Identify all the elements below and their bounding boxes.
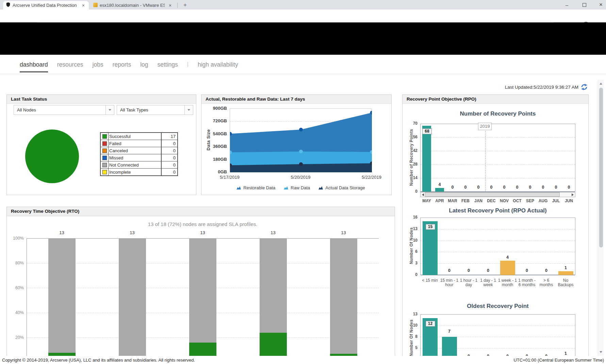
- gridline: [421, 137, 575, 138]
- gridline: [421, 178, 575, 178]
- y-tick-label: 40%: [7, 310, 24, 315]
- chart-subtitle: 13 of 18 (72%) nodes are assigned SLA pr…: [27, 221, 379, 227]
- legend-item[interactable]: Restorable Data: [236, 185, 275, 190]
- refresh-icon[interactable]: [580, 84, 588, 90]
- bar-value-label: 1: [559, 351, 573, 356]
- x-category-label: AUG: [537, 199, 550, 203]
- bar-value-label: 7: [443, 329, 456, 334]
- main-nav: dashboardresourcesjobsreportslogsettings…: [0, 55, 606, 74]
- gridline: [421, 275, 575, 275]
- x-category-label: NOV: [498, 199, 511, 203]
- browser-addressbar: ← → ↻ ! Not secure https://localhost:801…: [0, 10, 606, 22]
- legend-row: Missed0: [100, 154, 178, 161]
- x-category-label: JUN: [562, 199, 575, 203]
- x-category-label: SEP: [524, 199, 537, 203]
- window-minimize-button[interactable]: –: [561, 0, 573, 10]
- chart-title: Latest Recovery Point (RPO Actual): [420, 207, 575, 214]
- nav-item-log[interactable]: log: [140, 56, 148, 72]
- legend-value: 0: [161, 147, 178, 154]
- new-tab-button[interactable]: +: [181, 1, 190, 9]
- plot-area: [420, 218, 575, 275]
- x-category-label: APR: [433, 199, 446, 203]
- filter-dropdown-task-types[interactable]: All Task Types: [117, 105, 193, 115]
- legend-swatch: [102, 149, 107, 153]
- nav-item-dashboard[interactable]: dashboard: [20, 56, 48, 72]
- stacked-bar: [119, 238, 146, 363]
- page-scrollbar[interactable]: [598, 80, 604, 356]
- scroll-up-arrow[interactable]: [600, 83, 602, 85]
- bar-top-label: 13: [115, 230, 149, 235]
- bar-value-label: 1: [559, 265, 573, 270]
- y-tick-label: 13: [401, 312, 417, 316]
- x-category-label: 1 day - 1 week: [478, 278, 498, 287]
- bar-value-label: 12: [426, 321, 435, 327]
- legend-label: Canceled: [109, 147, 162, 154]
- y-axis-title: Number of Recovery Points: [409, 113, 414, 202]
- y-axis-title: Data Size: [206, 96, 211, 184]
- task-legend-table: Successful17Failed0Canceled0Missed0Not C…: [100, 132, 178, 176]
- chart-hscrollbar[interactable]: [420, 192, 575, 197]
- y-tick-label: 10: [401, 323, 417, 328]
- chart-title: Oldest Recovery Point: [420, 303, 575, 310]
- task-status-pie: [25, 129, 79, 183]
- legend-label: Incomplete: [109, 169, 162, 176]
- bar-value-label: 0: [446, 185, 459, 190]
- bar-value-label: 0: [523, 185, 537, 190]
- window-restore-button[interactable]: [578, 0, 590, 10]
- y-tick-label: 100%: [7, 236, 24, 241]
- app-header: arcserve® UNIFIED DATA PROTECTION iMessa…: [0, 22, 606, 55]
- nav-item-jobs[interactable]: jobs: [93, 56, 103, 72]
- scrollbar-thumb[interactable]: [425, 192, 560, 197]
- y-tick-label: 56: [401, 135, 417, 139]
- legend-row: Canceled0: [100, 147, 178, 154]
- nav-item-reports[interactable]: reports: [113, 56, 131, 72]
- last-updated-label: Last Updated:5/22/2019 9:36:27 AM: [505, 85, 578, 90]
- filter-dropdown-nodes[interactable]: All Nodes: [14, 105, 114, 115]
- legend-item[interactable]: Raw Data: [283, 185, 310, 190]
- gridline: [421, 164, 575, 165]
- bar-value-label: 0: [540, 268, 553, 273]
- legend-row: Successful17: [100, 133, 178, 140]
- chevron-down-icon[interactable]: [184, 105, 193, 115]
- x-category-label: 1 week - 1 month: [498, 278, 517, 287]
- y-tick-label: 6: [401, 249, 417, 254]
- stacked-bar: [48, 238, 76, 363]
- copyright-text: Copyright © 2014-2019, Arcserve (USA), L…: [2, 358, 195, 363]
- browser-tab[interactable]: Arcserve Unified Data Protection×: [3, 1, 89, 10]
- legend-value: 0: [161, 154, 178, 161]
- legend-row: Incomplete0: [100, 169, 178, 176]
- scroll-left-arrow[interactable]: [422, 193, 424, 196]
- legend-label: Successful: [109, 133, 162, 140]
- scroll-down-arrow[interactable]: [600, 351, 602, 353]
- x-tick-label: 5/20/2019: [285, 175, 316, 180]
- area-series-icon: [283, 186, 289, 190]
- y-tick-label: 28: [401, 162, 417, 167]
- x-category-label: MAY: [420, 199, 433, 203]
- window-close-button[interactable]: ×: [595, 0, 606, 10]
- tab-close-icon[interactable]: ×: [81, 3, 86, 8]
- chevron-down-icon[interactable]: [105, 105, 114, 115]
- nav-item-high-availability[interactable]: high availability: [198, 56, 238, 72]
- legend-row: Failed0: [100, 140, 178, 147]
- legend-swatch: [102, 141, 107, 146]
- gridline: [421, 229, 575, 229]
- bar-top-label: 13: [327, 230, 361, 235]
- x-category-label: JUL: [550, 199, 562, 203]
- bar-value-label: 0: [497, 185, 511, 190]
- x-category-label: DEC: [485, 199, 498, 203]
- scroll-right-arrow[interactable]: [572, 193, 574, 196]
- bar: [435, 188, 444, 192]
- nav-item-resources[interactable]: resources: [57, 56, 83, 72]
- browser-tab[interactable]: esx180.localdomain - VMware ES×: [91, 1, 176, 10]
- bar-value-label: 0: [549, 185, 563, 190]
- scrollbar-thumb[interactable]: [599, 88, 603, 247]
- legend-value: 0: [161, 140, 178, 147]
- tab-close-icon[interactable]: ×: [167, 3, 173, 8]
- legend-item[interactable]: Actual Data Storage: [318, 185, 365, 190]
- nav-item-settings[interactable]: settings: [158, 56, 178, 72]
- x-category-label: < 15 min: [420, 278, 440, 283]
- x-category-label: MAR: [446, 199, 459, 203]
- bar-value-label: 0: [520, 268, 534, 273]
- footer: Copyright © 2014-2019, Arcserve (USA), L…: [0, 356, 606, 364]
- tab-separator: [177, 3, 178, 8]
